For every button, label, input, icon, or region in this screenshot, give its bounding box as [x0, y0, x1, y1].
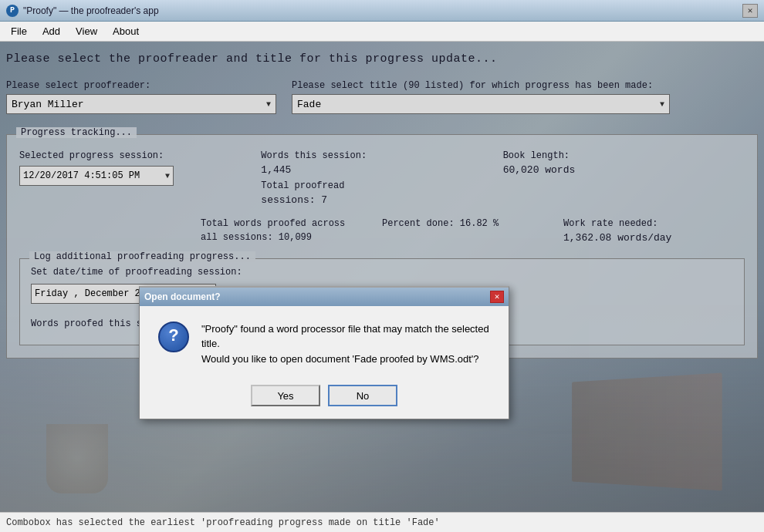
menu-view[interactable]: View [68, 24, 105, 39]
modal-overlay: Open document? ✕ ? "Proofy" found a word… [0, 42, 764, 512]
menu-file[interactable]: File [3, 24, 35, 39]
dialog-yes-button[interactable]: Yes [251, 385, 320, 406]
status-text: Combobox has selected the earliest 'proo… [6, 517, 440, 528]
window-title: "Proofy" — the proofreader's app [23, 5, 742, 16]
dialog-no-button[interactable]: No [328, 385, 397, 406]
dialog-body: ? "Proofy" found a word processor file t… [140, 306, 509, 379]
menu-about[interactable]: About [105, 24, 147, 39]
app-icon: P [6, 5, 19, 17]
menu-bar: File Add View About [0, 22, 764, 42]
main-area: Please select the proofreader and title … [0, 42, 764, 532]
window-close-button[interactable]: ✕ [742, 4, 758, 18]
dialog-message-line1: "Proofy" found a word processor file tha… [201, 322, 490, 352]
dialog-title: Open document? [144, 291, 221, 302]
dialog-titlebar: Open document? ✕ [140, 288, 509, 306]
status-bar: Combobox has selected the earliest 'proo… [0, 512, 764, 532]
dialog-question-icon: ? [158, 322, 189, 352]
dialog-buttons: Yes No [140, 379, 509, 419]
menu-add[interactable]: Add [35, 24, 68, 39]
dialog-message-line2: Would you like to open document 'Fade pr… [201, 352, 490, 367]
open-document-dialog: Open document? ✕ ? "Proofy" found a word… [139, 286, 509, 420]
dialog-message: "Proofy" found a word processor file tha… [201, 322, 490, 367]
dialog-close-button[interactable]: ✕ [490, 291, 504, 303]
title-bar: P "Proofy" — the proofreader's app ✕ [0, 0, 764, 22]
